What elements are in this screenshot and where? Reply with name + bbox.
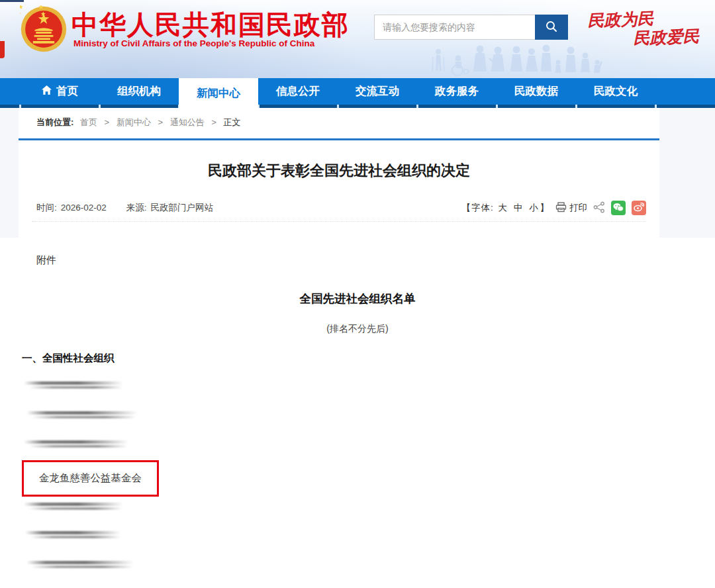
section-title: 一、全国性社会组织 <box>22 352 115 366</box>
nav-item-interaction[interactable]: 交流互动 <box>338 78 417 105</box>
nav-item-info-disclosure[interactable]: 信息公开 <box>258 78 338 105</box>
list-note: (排名不分先后) <box>0 323 715 335</box>
nav-item-civil-data[interactable]: 民政数据 <box>497 78 576 105</box>
national-emblem-icon <box>20 5 68 56</box>
share-button[interactable] <box>593 201 605 215</box>
search-input[interactable] <box>374 15 535 40</box>
article-meta: 时间:2026-02-02来源:民政部门户网站 <box>36 202 217 214</box>
nav-item-organization[interactable]: 组织机构 <box>99 78 179 105</box>
search-button[interactable] <box>535 15 568 40</box>
main-nav: 首页 组织机构 新闻中心 信息公开 交流互动 政务服务 民政数据 民政文化 <box>0 78 715 108</box>
article-content: 附件 全国先进社会组织名单 (排名不分先后) 一、全国性社会组织 金龙鱼慈善公益… <box>0 238 715 588</box>
magnifier-icon <box>545 20 558 35</box>
breadcrumb-home[interactable]: 首页 <box>80 117 97 127</box>
blue-divider <box>19 138 659 140</box>
redacted-list-item <box>24 380 123 391</box>
site-title-en: Ministry of Civil Affairs of the People'… <box>73 38 314 48</box>
font-size-small-button[interactable]: 小 <box>529 203 539 213</box>
meta-time-value: 2026-02-02 <box>61 203 107 213</box>
font-size-medium-button[interactable]: 中 <box>514 203 524 213</box>
redacted-list-item <box>26 410 138 420</box>
nav-item-gov-services[interactable]: 政务服务 <box>417 78 497 105</box>
nav-bottom-strip <box>0 105 715 108</box>
article-meta-row: 时间:2026-02-02来源:民政部门户网站 【字体: 大 中 小】 <box>19 201 659 215</box>
breadcrumb-notices[interactable]: 通知公告 <box>170 117 205 127</box>
site-title-cn: 中华人民共和国民政部 <box>72 7 350 43</box>
breadcrumb: 当前位置: 首页 > 新闻中心 > 通知公告 > 正文 <box>19 108 659 128</box>
redacted-list-item <box>25 530 121 540</box>
page-band: 当前位置: 首页 > 新闻中心 > 通知公告 > 正文 民政部关于表彰全国先进社… <box>0 108 715 238</box>
wechat-icon <box>613 203 624 214</box>
print-button[interactable]: 打印 <box>555 202 587 215</box>
article-title: 民政部关于表彰全国先进社会组织的决定 <box>19 161 659 181</box>
nav-item-home[interactable]: 首页 <box>20 78 99 105</box>
redacted-list-item <box>26 560 134 570</box>
meta-time-label: 时间: <box>36 203 57 213</box>
highlighted-item-box: 金龙鱼慈善公益基金会 <box>22 460 159 497</box>
attachment-label: 附件 <box>36 254 56 267</box>
page: 中华人民共和国民政部 Ministry of Civil Affairs of … <box>0 0 715 588</box>
home-icon <box>41 85 52 98</box>
site-header: 中华人民共和国民政部 Ministry of Civil Affairs of … <box>0 0 715 78</box>
weibo-share-button[interactable] <box>632 201 646 215</box>
search-bar <box>374 15 568 40</box>
breadcrumb-news-center[interactable]: 新闻中心 <box>117 117 151 127</box>
weibo-icon <box>634 202 644 214</box>
article-tools: 【字体: 大 中 小】 <box>461 201 646 215</box>
font-size-control: 【字体: 大 中 小】 <box>461 202 549 214</box>
nav-item-civil-culture[interactable]: 民政文化 <box>576 78 655 105</box>
dotted-divider <box>32 221 646 222</box>
article-card: 当前位置: 首页 > 新闻中心 > 通知公告 > 正文 民政部关于表彰全国先进社… <box>19 108 659 238</box>
meta-source-value: 民政部门户网站 <box>151 203 214 213</box>
breadcrumb-label: 当前位置: <box>36 117 73 127</box>
redacted-list-item <box>24 501 123 512</box>
font-size-large-button[interactable]: 大 <box>498 203 508 213</box>
nav-item-news-active[interactable]: 新闻中心 <box>179 78 258 108</box>
edge-artifact <box>0 0 24 2</box>
wechat-share-button[interactable] <box>611 201 626 215</box>
meta-source-label: 来源: <box>126 203 147 213</box>
printer-icon <box>555 202 567 215</box>
breadcrumb-current: 正文 <box>224 117 241 127</box>
highlighted-item-text: 金龙鱼慈善公益基金会 <box>39 471 142 485</box>
people-silhouettes-decoration <box>424 44 629 78</box>
list-title: 全国先进社会组织名单 <box>0 291 715 307</box>
redacted-list-item <box>24 439 128 450</box>
partial-emblem-artifact <box>0 9 9 61</box>
